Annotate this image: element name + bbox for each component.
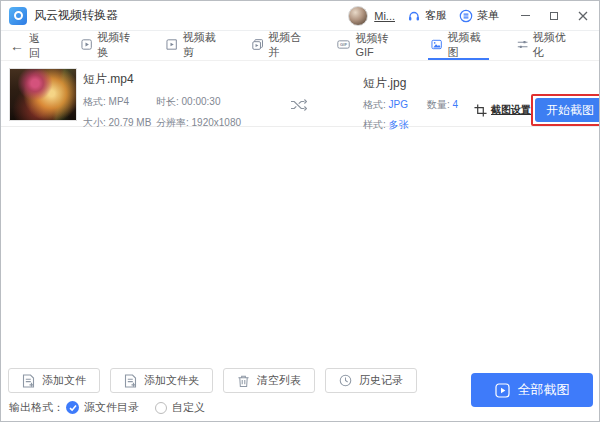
convert-arrows-button[interactable] (290, 98, 307, 116)
add-folder-button[interactable]: 添加文件夹 (110, 368, 213, 393)
add-file-button[interactable]: 添加文件 (8, 368, 100, 393)
customer-service-button[interactable]: 客服 (407, 8, 447, 23)
clear-list-button[interactable]: 清空列表 (223, 368, 315, 393)
gif-icon: GIF (337, 38, 350, 51)
svg-text:GIF: GIF (340, 42, 347, 47)
output-style-value[interactable]: 多张 (389, 119, 409, 130)
output-file-info: 短片.jpg 格式: JPG 数量: 4 样式: 多张 (363, 75, 458, 138)
shuffle-icon (290, 98, 307, 112)
app-window: 风云视频转换器 Mi... 客服 菜单 (0, 0, 600, 422)
output-count: 数量: 4 (427, 98, 458, 112)
start-screenshot-button[interactable]: 开始截图 (535, 98, 600, 122)
crop-play-icon (166, 38, 177, 51)
source-resolution: 分辨率: 1920x1080 (156, 116, 241, 130)
tab-video-crop[interactable]: 视频裁剪 (163, 31, 223, 60)
add-file-icon (22, 374, 35, 388)
back-button[interactable]: ← 返回 (10, 31, 46, 60)
screenshot-settings-button[interactable]: 截图设置 (474, 103, 531, 117)
customer-service-label: 客服 (425, 8, 447, 23)
history-button[interactable]: 历史记录 (325, 368, 417, 393)
app-title: 风云视频转换器 (34, 7, 118, 24)
user-avatar[interactable] (348, 6, 368, 26)
menu-label: 菜单 (477, 8, 499, 23)
tab-label: 视频转换 (97, 30, 135, 60)
tab-label: 视频转GIF (355, 31, 400, 58)
radio-checked-icon (66, 401, 79, 414)
tab-video-screenshot[interactable]: 视频截图 (428, 31, 488, 60)
user-name-link[interactable]: Mi... (374, 10, 395, 22)
menu-icon (459, 9, 473, 23)
radio-custom[interactable]: 自定义 (155, 400, 205, 415)
radio-label: 源文件目录 (84, 400, 139, 415)
source-duration: 时长: 00:00:30 (156, 95, 241, 109)
radio-unchecked-icon (155, 402, 167, 414)
menu-button[interactable]: 菜单 (459, 8, 499, 23)
tab-video-convert[interactable]: 视频转换 (78, 31, 138, 60)
button-label: 添加文件 (42, 373, 86, 388)
tab-label: 视频裁剪 (183, 30, 221, 60)
button-label: 历史记录 (359, 373, 403, 388)
minimize-icon (521, 15, 530, 16)
output-file-name: 短片.jpg (363, 75, 458, 92)
close-icon (578, 11, 588, 21)
play-square-icon (81, 38, 92, 51)
button-label: 添加文件夹 (144, 373, 199, 388)
tab-video-merge[interactable]: 视频合并 (249, 31, 309, 60)
output-style: 样式: 多张 (363, 118, 409, 132)
source-format: 格式: MP4 (83, 95, 156, 109)
history-icon (339, 374, 352, 387)
output-format-value[interactable]: JPG (389, 99, 408, 110)
output-format-label: 输出格式： (9, 400, 64, 415)
close-button[interactable] (577, 10, 589, 22)
back-label: 返回 (29, 31, 46, 61)
screenshot-all-button[interactable]: 全部截图 (471, 373, 593, 407)
source-file-name: 短片.mp4 (83, 71, 241, 88)
annotation-highlight: 开始截图 (531, 94, 600, 126)
maximize-icon (550, 12, 558, 20)
source-size: 大小: 20.79 MB (83, 116, 156, 130)
merge-play-icon (252, 38, 263, 51)
back-arrow-icon: ← (10, 39, 24, 53)
add-folder-icon (124, 374, 137, 388)
tab-label: 视频合并 (268, 30, 306, 60)
app-logo-icon (9, 7, 27, 25)
tab-label: 视频截图 (447, 30, 485, 60)
file-list: 短片.mp4 格式: MP4 时长: 00:00:30 大小: 20.79 MB… (1, 61, 599, 361)
tab-label: 视频优化 (533, 30, 571, 60)
radio-label: 自定义 (172, 400, 205, 415)
trash-icon (237, 374, 250, 388)
footer-actions: 添加文件 添加文件夹 清空列表 历史记录 (8, 368, 417, 393)
screenshot-settings-label: 截图设置 (491, 103, 531, 117)
maximize-button[interactable] (548, 10, 560, 22)
minimize-button[interactable] (519, 10, 531, 22)
headset-icon (407, 9, 421, 23)
source-file-info: 短片.mp4 格式: MP4 时长: 00:00:30 大小: 20.79 MB… (83, 71, 241, 130)
play-square-icon (495, 383, 510, 398)
tab-video-optimize[interactable]: 视频优化 (514, 31, 574, 60)
screenshot-all-label: 全部截图 (518, 381, 570, 399)
tab-bar: ← 返回 视频转换 视频裁剪 视频合并 GIF (1, 31, 599, 61)
output-format-row: 输出格式： 源文件目录 自定义 (9, 400, 221, 415)
output-count-value[interactable]: 4 (453, 99, 459, 110)
radio-source-directory[interactable]: 源文件目录 (66, 400, 139, 415)
sliders-icon (517, 38, 528, 51)
file-row: 短片.mp4 格式: MP4 时长: 00:00:30 大小: 20.79 MB… (1, 61, 599, 127)
image-icon (431, 38, 442, 51)
tab-video-to-gif[interactable]: GIF 视频转GIF (334, 31, 403, 60)
button-label: 清空列表 (257, 373, 301, 388)
crop-icon (474, 104, 487, 117)
output-format: 格式: JPG (363, 98, 408, 112)
title-bar: 风云视频转换器 Mi... 客服 菜单 (1, 1, 599, 31)
video-thumbnail (9, 68, 77, 121)
